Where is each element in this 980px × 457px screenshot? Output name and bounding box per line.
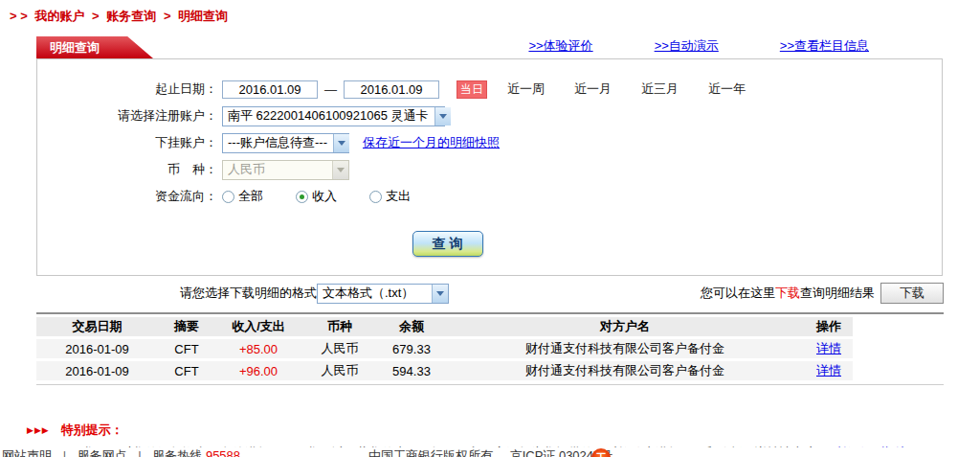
results-table: 交易日期 摘要 收入/支出 币种 余额 对方户名 操作 2016-01-09 C… xyxy=(36,314,853,383)
fund-flow-radio-group: 全部 收入 支出 xyxy=(222,188,411,205)
radio-icon xyxy=(369,191,382,203)
quick-range-links: 近一周 近一月 近三月 近一年 xyxy=(507,80,746,98)
footer-copyright: 中国工商银行版权所有 京ICP证 030247号 xyxy=(368,447,612,457)
table-row: 2016-01-09 CFT +96.00 人民币 594.33 财付通支付科技… xyxy=(36,361,853,380)
page: > > 我的账户 > 账务查询 > 明细查询 明细查询 >>体验评价 >>自动演… xyxy=(0,0,980,457)
breadcrumb-prefix: > > xyxy=(10,9,28,23)
cell-date: 2016-01-09 xyxy=(36,361,158,380)
save-monthly-snapshot-link[interactable]: 保存近一个月的明细快照 xyxy=(363,134,500,151)
link-experience-evaluation[interactable]: >>体验评价 xyxy=(528,37,592,55)
cell-amount: +96.00 xyxy=(215,361,301,380)
footer-link-site-statement[interactable]: 网站声明 xyxy=(2,448,52,457)
breadcrumb-item-my-account[interactable]: 我的账户 xyxy=(34,9,84,23)
results-table-wrap: 交易日期 摘要 收入/支出 币种 余额 对方户名 操作 2016-01-09 C… xyxy=(36,312,944,385)
chevron-down-icon xyxy=(432,285,448,303)
radio-checked-icon xyxy=(296,191,308,203)
breadcrumb-item-account-query[interactable]: 账务查询 xyxy=(106,9,156,23)
download-hint-group: 您可以在这里下载查询明细结果 下载 xyxy=(701,283,944,304)
download-format-label: 请您选择下载明细的格式 xyxy=(180,285,317,302)
cell-currency: 人民币 xyxy=(301,339,378,358)
radio-icon xyxy=(222,191,234,203)
col-header-currency: 币种 xyxy=(301,317,378,336)
link-auto-demo[interactable]: >>自动演示 xyxy=(655,37,719,55)
chevron-down-icon xyxy=(434,107,451,126)
currency-label: 币 种： xyxy=(37,161,217,178)
tab-detail-query[interactable]: 明细查询 xyxy=(36,36,153,58)
radio-label-expense: 支出 xyxy=(386,188,411,205)
cell-date: 2016-01-09 xyxy=(36,339,158,358)
radio-option-expense[interactable]: 支出 xyxy=(369,188,411,205)
query-button-row: 查 询 xyxy=(37,231,942,257)
chevron-down-icon xyxy=(333,134,349,152)
date-from-input[interactable] xyxy=(222,80,318,99)
sub-account-label: 下挂账户： xyxy=(37,134,217,151)
table-header-row: 交易日期 摘要 收入/支出 币种 余额 对方户名 操作 xyxy=(36,317,853,336)
download-hint-prefix: 您可以在这里 xyxy=(701,285,775,302)
cell-summary: CFT xyxy=(158,361,215,380)
detail-link[interactable]: 详情 xyxy=(816,341,841,355)
cell-amount: +85.00 xyxy=(215,339,301,358)
quick-link-last-week[interactable]: 近一周 xyxy=(507,80,545,98)
download-format-select[interactable]: 文本格式（.txt） xyxy=(317,284,449,304)
download-format-value: 文本格式（.txt） xyxy=(318,285,419,302)
footer-hotline-number: 95588 xyxy=(206,448,240,457)
footer-links: 网站声明 | 服务网点 | 服务热线 95588 xyxy=(2,447,240,457)
query-button[interactable]: 查 询 xyxy=(412,231,483,257)
col-header-income-expense: 收入/支出 xyxy=(215,317,301,336)
download-hint-link[interactable]: 下载 xyxy=(775,285,800,302)
breadcrumb-item-detail-query[interactable]: 明细查询 xyxy=(178,9,228,23)
breadcrumb: > > 我的账户 > 账务查询 > 明细查询 xyxy=(10,8,232,25)
sub-account-select[interactable]: ---账户信息待查--- xyxy=(222,133,349,153)
triple-arrow-icon: ▶▶▶ xyxy=(27,425,50,435)
register-account-label: 请选择注册账户： xyxy=(37,107,217,125)
sub-account-row: 下挂账户： ---账户信息待查--- 保存近一个月的明细快照 xyxy=(37,129,942,156)
copyright-text: 中国工商银行版权所有 xyxy=(368,448,493,457)
radio-label-all: 全部 xyxy=(238,188,263,205)
cell-currency: 人民币 xyxy=(301,361,378,380)
link-view-column-info[interactable]: >>查看栏目信息 xyxy=(780,37,869,55)
download-button[interactable]: 下载 xyxy=(880,283,944,304)
col-header-trade-date: 交易日期 xyxy=(36,317,158,336)
currency-select-disabled: 人民币 xyxy=(222,160,349,180)
date-dash: — xyxy=(324,82,337,97)
breadcrumb-separator: > xyxy=(92,9,100,23)
special-notice-title: 特别提示： xyxy=(61,422,123,439)
cell-balance: 594.33 xyxy=(378,361,445,380)
today-button[interactable]: 当日 xyxy=(457,80,487,99)
register-account-select[interactable]: 南平 6222001406100921065 灵通卡 xyxy=(222,106,445,126)
fund-flow-row: 资金流向： 全部 收入 支出 xyxy=(37,183,942,210)
breadcrumb-separator: > xyxy=(164,9,171,23)
download-hint-suffix: 查询明细结果 xyxy=(800,285,875,302)
register-account-value: 南平 6222001406100921065 灵通卡 xyxy=(223,107,434,125)
footer-hotline-label: 服务热线 xyxy=(152,448,202,457)
cell-summary: CFT xyxy=(158,339,215,358)
currency-row: 币 种： 人民币 xyxy=(37,156,942,183)
query-form-panel: 起止日期： — 当日 近一周 近一月 近三月 近一年 请选择注册账户： 南平 6… xyxy=(36,58,943,276)
col-header-balance: 余额 xyxy=(378,317,445,336)
panel-header: 明细查询 >>体验评价 >>自动演示 >>查看栏目信息 xyxy=(36,35,944,58)
cell-balance: 679.33 xyxy=(378,339,445,358)
radio-option-income[interactable]: 收入 xyxy=(296,188,337,205)
date-range-label: 起止日期： xyxy=(37,80,217,98)
radio-label-income: 收入 xyxy=(312,188,337,205)
footer-link-service-outlets[interactable]: 服务网点 xyxy=(78,448,127,457)
currency-value: 人民币 xyxy=(223,161,271,178)
cell-counterparty: 财付通支付科技有限公司客户备付金 xyxy=(445,339,805,358)
date-range-row: 起止日期： — 当日 近一周 近一月 近三月 近一年 xyxy=(37,76,942,103)
table-row: 2016-01-09 CFT +85.00 人民币 679.33 财付通支付科技… xyxy=(36,339,853,358)
cell-counterparty: 财付通支付科技有限公司客户备付金 xyxy=(445,361,805,380)
download-row: 请您选择下载明细的格式 文本格式（.txt） 您可以在这里下载查询明细结果 下载 xyxy=(36,282,944,305)
footer: 网站声明 | 服务网点 | 服务热线 95588 中国工商银行版权所有 京ICP… xyxy=(0,447,980,457)
footer-separator: | xyxy=(63,448,66,457)
date-to-input[interactable] xyxy=(344,80,439,99)
fund-flow-label: 资金流向： xyxy=(37,188,217,205)
quick-link-last-year[interactable]: 近一年 xyxy=(708,80,746,98)
quick-link-last-month[interactable]: 近一月 xyxy=(574,80,612,98)
header-links: >>体验评价 >>自动演示 >>查看栏目信息 xyxy=(528,37,869,58)
radio-option-all[interactable]: 全部 xyxy=(222,188,263,205)
detail-link[interactable]: 详情 xyxy=(816,363,841,377)
quick-link-last-3-months[interactable]: 近三月 xyxy=(641,80,679,98)
chevron-down-icon xyxy=(332,161,348,179)
sub-account-value: ---账户信息待查--- xyxy=(223,134,333,151)
col-header-counterparty: 对方户名 xyxy=(445,317,805,336)
